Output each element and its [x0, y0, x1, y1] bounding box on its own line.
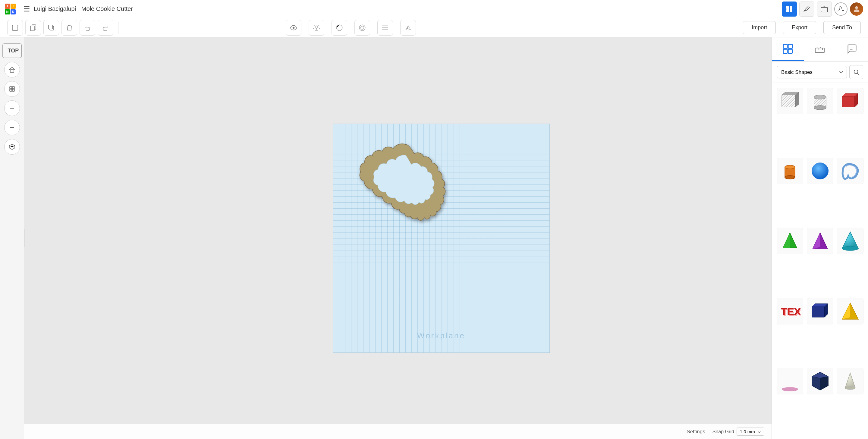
- svg-point-53: [814, 106, 826, 110]
- svg-point-16: [336, 25, 342, 31]
- logo: T I N K: [5, 4, 19, 14]
- svg-rect-37: [815, 48, 824, 53]
- svg-rect-29: [12, 89, 14, 91]
- send-to-btn[interactable]: Send To: [824, 21, 861, 34]
- home-btn[interactable]: [4, 62, 20, 78]
- import-btn[interactable]: Import: [743, 21, 776, 34]
- search-btn[interactable]: [849, 65, 863, 79]
- shape2-btn[interactable]: [354, 20, 370, 36]
- svg-rect-28: [10, 89, 12, 91]
- snap-grid: Snap Grid 1.0 mm: [712, 428, 764, 436]
- svg-point-60: [812, 163, 829, 179]
- logo-n: N: [5, 9, 10, 14]
- shape-box-navy[interactable]: [807, 298, 833, 324]
- view-cube-btn[interactable]: [4, 139, 20, 155]
- fit-btn[interactable]: [4, 81, 20, 97]
- svg-point-15: [315, 26, 318, 28]
- shape-text-red[interactable]: TEXT TEXT: [777, 298, 803, 324]
- page-title: Luigi Bacigalupi - Mole Cookie Cutter: [34, 5, 133, 12]
- svg-rect-47: [782, 95, 795, 107]
- settings-label[interactable]: Settings: [687, 429, 705, 435]
- header-right: [782, 1, 863, 17]
- zoom-in-btn[interactable]: [4, 100, 20, 116]
- collapse-panel-btn[interactable]: ›: [24, 229, 25, 247]
- shape-cylinder-gray[interactable]: [807, 88, 833, 114]
- workplane-text: Workplane: [417, 331, 465, 341]
- shape-cone-white[interactable]: [837, 368, 864, 394]
- svg-point-17: [359, 25, 365, 31]
- shape-sphere-pink[interactable]: [777, 368, 803, 394]
- svg-point-80: [845, 386, 855, 389]
- delete-btn[interactable]: [61, 20, 77, 36]
- duplicate-btn[interactable]: [43, 20, 59, 36]
- shape-box-red[interactable]: [837, 88, 864, 114]
- paste-btn[interactable]: [25, 20, 41, 36]
- svg-rect-2: [786, 9, 789, 12]
- toolbar-separator: [118, 22, 119, 34]
- snap-value[interactable]: 1.0 mm: [737, 428, 764, 436]
- shape-cone-teal[interactable]: [837, 228, 864, 254]
- align-btn[interactable]: [377, 20, 393, 36]
- svg-rect-54: [842, 96, 855, 107]
- svg-marker-65: [842, 232, 858, 248]
- svg-point-75: [782, 387, 798, 391]
- svg-rect-69: [812, 306, 825, 317]
- canvas-area[interactable]: Workplane Settings Snap Grid 1.0 mm ›: [24, 37, 772, 439]
- mirror-btn[interactable]: [400, 20, 416, 36]
- shape-pyramid-purple[interactable]: [807, 228, 833, 254]
- redo-btn[interactable]: [98, 20, 113, 36]
- export-btn[interactable]: Export: [783, 21, 816, 34]
- shape-box-dark-blue[interactable]: [807, 368, 833, 394]
- svg-rect-4: [821, 7, 828, 12]
- zoom-out-btn[interactable]: [4, 120, 20, 136]
- tab-grid[interactable]: [772, 37, 804, 61]
- portfolio-btn[interactable]: [817, 1, 832, 17]
- logo-t: T: [5, 4, 10, 9]
- avatar[interactable]: [850, 2, 863, 16]
- svg-rect-13: [49, 25, 53, 29]
- svg-point-66: [842, 246, 858, 251]
- shape-torus-blue[interactable]: [837, 158, 864, 184]
- shape-pyramid-green[interactable]: [777, 228, 803, 254]
- svg-marker-24: [408, 25, 411, 30]
- logo-i: I: [10, 4, 16, 9]
- svg-rect-27: [12, 87, 14, 89]
- tab-notes[interactable]: [836, 37, 868, 61]
- svg-rect-36: [788, 50, 793, 54]
- svg-line-45: [858, 73, 859, 75]
- build-mode-btn[interactable]: [799, 1, 814, 17]
- svg-marker-23: [405, 25, 408, 30]
- settings-bar: Settings Snap Grid 1.0 mm: [24, 424, 772, 439]
- shapes-grid: TEXT TEXT: [772, 83, 868, 439]
- svg-rect-35: [783, 50, 787, 54]
- category-select[interactable]: Basic Shapes Letters Text Community: [777, 66, 847, 78]
- shape-cylinder-orange[interactable]: [777, 158, 803, 184]
- svg-point-44: [854, 70, 858, 74]
- cookie-cutter-shape: [351, 136, 460, 251]
- panel-header: Basic Shapes Letters Text Community: [772, 61, 868, 83]
- tab-ruler[interactable]: [804, 37, 836, 61]
- shape-box-gray[interactable]: [777, 88, 803, 114]
- invite-user-btn[interactable]: [834, 2, 847, 16]
- svg-point-52: [814, 95, 826, 99]
- svg-rect-9: [12, 25, 18, 30]
- grid-view-btn[interactable]: [782, 1, 797, 17]
- svg-rect-3: [789, 9, 792, 12]
- tinkercad-logo: T I N K: [5, 4, 16, 14]
- new-btn[interactable]: [7, 20, 23, 36]
- shape-pyramid-yellow[interactable]: [837, 298, 864, 324]
- svg-rect-25: [10, 70, 14, 72]
- main: TOP: [0, 37, 868, 439]
- svg-marker-79: [845, 373, 855, 388]
- shape-sphere-blue[interactable]: [807, 158, 833, 184]
- svg-point-8: [855, 6, 858, 9]
- view-btn[interactable]: [286, 20, 301, 36]
- lights-btn[interactable]: [309, 20, 324, 36]
- undo-btn[interactable]: [80, 20, 95, 36]
- left-panel: TOP: [0, 37, 24, 439]
- shape-btn[interactable]: [332, 20, 347, 36]
- svg-text:TEXT: TEXT: [782, 306, 801, 318]
- panel-tabs: [772, 37, 868, 61]
- view-label: TOP: [2, 43, 22, 58]
- svg-rect-34: [788, 44, 793, 49]
